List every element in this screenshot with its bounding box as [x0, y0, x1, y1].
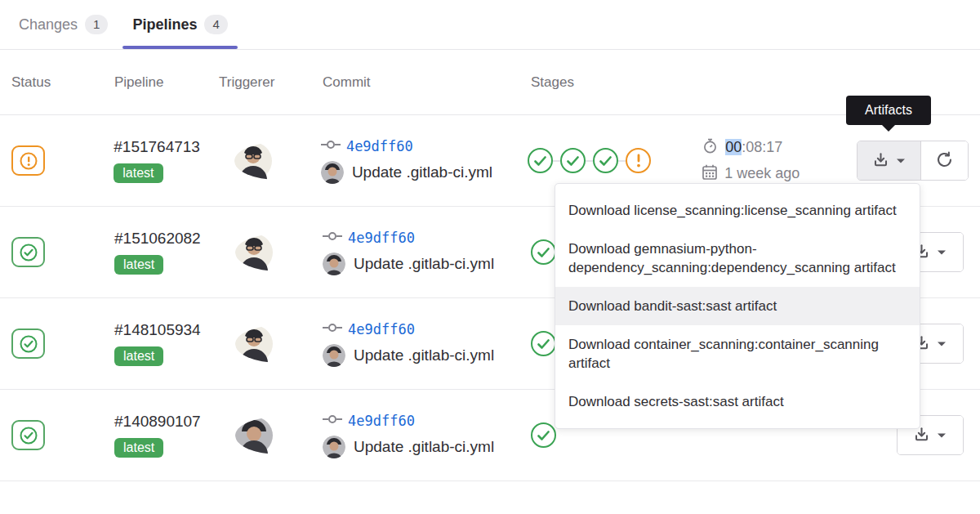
commit-message-link[interactable]: Update .gitlab-ci.yml [352, 163, 492, 181]
triggerer-avatar[interactable] [235, 417, 323, 454]
triggerer-avatar[interactable] [235, 234, 323, 271]
commit-cell: 4e9dff60 Update .gitlab-ci.yml [321, 138, 528, 184]
artifacts-download-button[interactable] [858, 141, 921, 180]
stage-success-icon[interactable] [531, 331, 556, 356]
pipeline-id-link[interactable]: #140890107 [114, 413, 219, 431]
triggerer-avatar[interactable] [235, 325, 323, 363]
stopwatch-icon [702, 138, 718, 158]
actions-cell [857, 141, 969, 181]
tooltip-label: Artifacts [865, 103, 912, 117]
retry-icon [935, 150, 954, 172]
status-cell [11, 329, 114, 359]
latest-badge: latest [114, 163, 163, 183]
tab-pipelines-label: Pipelines [132, 16, 197, 34]
table-header: Status Pipeline Triggerer Commit Stages [0, 50, 980, 115]
pipeline-id-link[interactable]: #151062082 [114, 230, 219, 248]
header-status: Status [11, 74, 114, 91]
caret-down-icon [937, 337, 947, 350]
pipeline-duration: 00:08:17 [725, 139, 782, 156]
pipeline-time-ago: 1 week ago [724, 165, 800, 182]
pipeline-cell: #151764713 latest [114, 138, 217, 183]
header-triggerer: Triggerer [219, 74, 323, 91]
pipeline-cell: #151062082 latest [114, 230, 219, 275]
commit-icon [321, 138, 341, 154]
commit-message-link[interactable]: Update .gitlab-ci.yml [354, 438, 494, 456]
commit-sha-link[interactable]: 4e9dff60 [348, 321, 415, 337]
status-cell [11, 420, 114, 450]
stage-success-icon[interactable] [528, 148, 553, 173]
header-stages: Stages [531, 74, 706, 91]
triggerer-cell [219, 234, 323, 271]
commit-icon [323, 321, 342, 337]
stage-connector [553, 160, 560, 162]
commit-author-avatar[interactable] [321, 161, 344, 184]
pipeline-status-warning-icon[interactable] [11, 145, 45, 176]
latest-badge: latest [114, 255, 163, 275]
pipeline-status-success-icon[interactable] [11, 420, 45, 450]
caret-down-icon [896, 154, 906, 167]
stage-success-icon[interactable] [531, 422, 556, 448]
commit-sha-link[interactable]: 4e9dff60 [348, 230, 415, 246]
triggerer-cell [218, 142, 321, 180]
commit-icon [323, 413, 342, 429]
stage-connector [618, 160, 626, 162]
commit-message-link[interactable]: Update .gitlab-ci.yml [354, 255, 494, 273]
menu-item-download-artifact[interactable]: Download secrets-sast:sast artifact [555, 382, 920, 421]
duration-selected-text: 00 [725, 139, 742, 155]
commit-author-avatar[interactable] [323, 344, 345, 367]
time-cell: 00:08:17 1 week ago [702, 138, 857, 184]
commit-sha-link[interactable]: 4e9dff60 [348, 413, 415, 429]
tab-bar: Changes 1 Pipelines 4 [0, 0, 980, 50]
stage-warning-icon[interactable] [626, 148, 651, 173]
pipeline-id-link[interactable]: #148105934 [114, 321, 219, 339]
pipeline-actions-group [857, 141, 969, 181]
status-cell [11, 237, 114, 267]
pipeline-cell: #148105934 latest [114, 321, 219, 366]
caret-down-icon [937, 246, 947, 258]
latest-badge: latest [114, 346, 163, 366]
menu-item-download-artifact[interactable]: Download gemnasium-python-dependency_sca… [555, 230, 920, 287]
caret-down-icon [937, 429, 947, 441]
triggerer-cell [219, 325, 323, 363]
tab-pipelines[interactable]: Pipelines 4 [120, 0, 239, 49]
commit-author-avatar[interactable] [323, 436, 345, 458]
tab-changes-badge: 1 [85, 15, 108, 34]
duration-rest-text: :08:17 [742, 139, 782, 155]
pipeline-status-success-icon[interactable] [11, 237, 45, 267]
pipeline-status-success-icon[interactable] [11, 329, 45, 359]
artifacts-dropdown-menu: Download license_scanning:license_scanni… [555, 183, 920, 429]
commit-cell: 4e9dff60 Update .gitlab-ci.yml [323, 230, 531, 275]
download-icon [873, 152, 889, 170]
pipeline-cell: #140890107 latest [114, 413, 219, 458]
tab-pipelines-badge: 4 [204, 15, 227, 34]
menu-item-download-artifact[interactable]: Download bandit-sast:sast artifact [555, 287, 920, 325]
stage-success-icon[interactable] [531, 239, 556, 265]
stage-connector [586, 160, 593, 162]
commit-cell: 4e9dff60 Update .gitlab-ci.yml [323, 413, 531, 458]
commit-sha-link[interactable]: 4e9dff60 [346, 138, 413, 154]
stage-success-icon[interactable] [593, 148, 618, 173]
calendar-icon [702, 164, 717, 184]
menu-item-download-artifact[interactable]: Download license_scanning:license_scanni… [555, 191, 920, 230]
header-commit: Commit [323, 74, 531, 91]
commit-cell: 4e9dff60 Update .gitlab-ci.yml [323, 321, 531, 367]
header-pipeline: Pipeline [114, 74, 219, 91]
stage-success-icon[interactable] [560, 148, 586, 173]
status-cell [11, 145, 114, 176]
triggerer-cell [219, 417, 323, 454]
tab-changes[interactable]: Changes 1 [7, 0, 120, 49]
tab-changes-label: Changes [19, 16, 78, 34]
pipeline-id-link[interactable]: #151764713 [114, 138, 217, 156]
artifacts-tooltip: Artifacts [846, 96, 931, 125]
commit-icon [323, 230, 342, 246]
stages-cell [528, 148, 702, 173]
triggerer-avatar[interactable] [234, 142, 321, 180]
commit-message-link[interactable]: Update .gitlab-ci.yml [354, 346, 494, 364]
latest-badge: latest [114, 438, 163, 458]
commit-author-avatar[interactable] [323, 253, 345, 275]
retry-pipeline-button[interactable] [921, 141, 968, 180]
menu-item-download-artifact[interactable]: Download container_scanning:container_sc… [555, 325, 920, 382]
